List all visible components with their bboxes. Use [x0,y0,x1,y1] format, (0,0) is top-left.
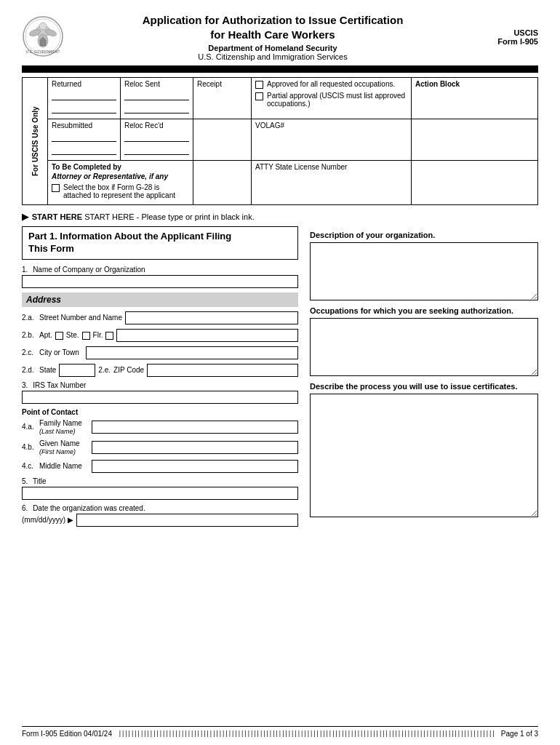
field6-format: (mm/dd/yyyy) ▶ [22,516,73,524]
agency-label: U.S. Citizenship and Immigration Service… [73,52,473,61]
field4b-num: 4.b. [22,443,36,451]
receipt-blank-cell [193,119,252,161]
field3-group: 3. IRS Tax Number [22,381,298,404]
field1-input[interactable] [22,275,298,288]
page: U.S. GOVERNMENT Application for Authoriz… [0,0,560,745]
field2e-input[interactable] [147,364,298,377]
field3-input[interactable] [22,391,298,404]
field2b-apt-label: Apt. [39,331,52,339]
logo: U.S. GOVERNMENT [22,15,65,59]
footer-form-info: Form I-905 Edition 04/01/24 [22,730,112,738]
field5-input[interactable] [22,487,298,500]
field4b-group: 4.b. Given Name (First Name) [22,439,298,455]
field5-label: 5. Title [22,477,298,485]
desc-label: Description of your organization. [310,231,538,239]
address-header: Address [22,292,298,307]
svg-text:U.S. GOVERNMENT: U.S. GOVERNMENT [26,49,60,54]
footer-page-info: Page 1 of 3 [501,730,538,738]
to-complete-cell: To Be Completed by Attorney or Represent… [48,161,193,205]
field2c-input[interactable] [86,346,298,359]
field2d-num: 2.d. [22,366,36,374]
approved-all-checkbox[interactable] [255,81,263,89]
uscis-use-table: For USCIS Use Only Returned Reloc Sent R… [22,77,538,205]
field2de-group: 2.d. State 2.e. ZIP Code [22,364,298,377]
main-content: Part 1. Information About the Applicant … [22,226,538,531]
field6-group: 6. Date the organization was created. (m… [22,504,298,527]
dept-label: Department of Homeland Security [73,44,473,52]
reloc-recd-cell: Reloc Rec'd [121,119,193,161]
part1-heading: Part 1. Information About the Applicant … [22,226,298,260]
action-block-cell: Action Block [412,78,538,119]
field2b-num: 2.b. [22,331,36,339]
for-uscis-label: For USCIS Use Only [23,78,48,205]
field4c-label: Middle Name [39,462,89,470]
field4c-group: 4.c. Middle Name [22,460,298,473]
field2a-group: 2.a. Street Number and Name [22,311,298,324]
field4a-num: 4.a. [22,423,36,431]
occupations-textarea[interactable] [310,318,538,376]
field2c-num: 2.c. [22,348,36,356]
right-column: Description of your organization. Occupa… [310,226,538,531]
field4c-input[interactable] [92,460,298,473]
svg-point-6 [39,23,47,30]
ste-checkbox[interactable] [82,332,90,340]
atty-state-cell: ATTY State License Number [252,161,412,205]
field2c-label: City or Town [39,348,83,356]
action-block-body [412,119,538,161]
returned-cell: Returned [48,78,121,119]
field4b-label: Given Name (First Name) [39,439,89,455]
field2d-label: State [39,366,56,374]
field2a-label: Street Number and Name [39,314,122,322]
field2a-input[interactable] [125,311,298,324]
reloc-sent-cell: Reloc Sent [121,78,193,119]
start-here-text: ▶ START HERE START HERE - Please type or… [22,211,538,222]
field4b-input[interactable] [92,441,298,454]
field2e-label: ZIP Code [113,366,144,374]
approval-cell: Approved for all requested occupations. … [252,78,412,119]
arrow-icon: ▶ [22,211,32,222]
field2c-group: 2.c. City or Town [22,346,298,359]
partial-approval-checkbox[interactable] [255,92,263,100]
header: U.S. GOVERNMENT Application for Authoriz… [22,13,538,61]
apt-checkbox[interactable] [55,332,63,340]
flr-checkbox[interactable] [105,332,113,340]
action-block-body2 [412,161,538,205]
black-bar [22,65,538,73]
field6-label: 6. Date the organization was created. [22,504,298,512]
form-id: USCIS Form I-905 [480,28,538,46]
process-label: Describe the process you will use to iss… [310,382,538,391]
receipt-blank2 [193,161,252,205]
occ-label: Occupations for which you are seeking au… [310,306,538,315]
header-center: Application for Authorization to Issue C… [73,13,473,61]
poc-label: Point of Contact [22,408,298,416]
field6-input[interactable] [76,514,298,527]
field4a-group: 4.a. Family Name (Last Name) [22,419,298,435]
field4c-num: 4.c. [22,462,36,470]
field2a-num: 2.a. [22,314,36,322]
barcode: ||||||||||||||||||||||||||||||||||||||||… [118,730,495,737]
left-column: Part 1. Information About the Applicant … [22,226,298,531]
process-textarea[interactable] [310,394,538,517]
footer: Form I-905 Edition 04/01/24 ||||||||||||… [22,726,538,738]
field2b-input[interactable] [116,329,298,342]
field1-group: 1. Name of Company or Organization [22,266,298,288]
resubmitted-cell: Resubmitted [48,119,121,161]
field1-label: 1. Name of Company or Organization [22,266,298,274]
g28-checkbox[interactable] [52,184,60,192]
field5-group: 5. Title [22,477,298,500]
receipt-cell: Receipt [193,78,252,119]
field2b-group: 2.b. Apt. Ste. Flr. [22,329,298,342]
field2e-num: 2.e. [98,366,111,374]
field2d-input[interactable] [59,364,95,377]
main-title: Application for Authorization to Issue C… [73,13,473,41]
description-textarea[interactable] [310,242,538,300]
volag-cell: VOLAG# [252,119,412,161]
field2b-ste-label: Ste. [66,331,79,339]
field3-label: 3. IRS Tax Number [22,381,298,389]
field4a-label: Family Name (Last Name) [39,419,89,435]
field2b-flr-label: Flr. [93,331,103,339]
field4a-input[interactable] [92,421,298,434]
